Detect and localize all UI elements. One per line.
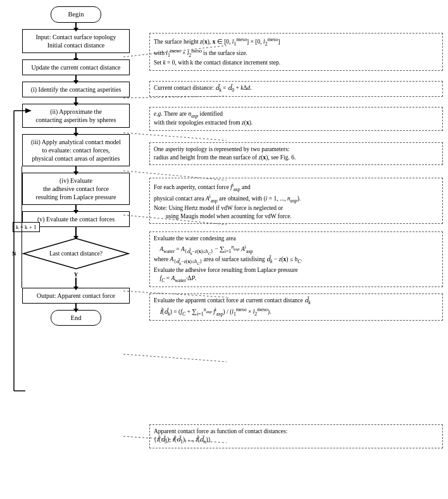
y-path: Y [22,270,130,288]
ann-input-text: The surface height z(x), x ∈ [0, l1meso]… [154,39,280,66]
y-label: Y [74,271,78,278]
annotation-apply: For each asperity, contact force fiasp a… [149,178,443,224]
ann-update-text: Current contact distance: d̄k = d̄0 + kΔ… [154,85,252,91]
output-label: Output: Apparent contact force [37,292,115,299]
arrow1 [75,23,77,29]
update-label: Update the current contact distance [31,64,120,71]
arrow6 [75,166,77,173]
ann-identify-text: e.g. There are nasp identified with thei… [154,111,252,126]
page: Begin Input: Contact surface topologyIni… [0,0,448,499]
ann-apply-text: For each asperity, contact force fiasp a… [154,184,301,219]
begin-box: Begin [51,6,101,23]
annotations-column: The surface height z(x), x ∈ [0, l1meso]… [146,0,448,499]
arrow3 [75,75,77,82]
annotation-identify: e.g. There are nasp identified with thei… [149,107,443,131]
flowchart-column: Begin Input: Contact surface topologyIni… [0,0,146,499]
k-increment-label: k = k + 1 [13,222,40,232]
apply-box: (iii) Apply analytical contact modelto e… [22,134,130,166]
spacer [149,322,443,424]
annotation-input: The surface height z(x), x ∈ [0, l1meso]… [149,33,443,71]
annotation-output: Apparent contact force as function of co… [149,424,443,448]
annotation-evaluate-contact: Evaluate the apparent contact force at c… [149,293,443,321]
evaluate-adhesive-node: (iv) Evaluatethe adhesive contact forcer… [25,173,127,205]
update-box: Update the current contact distance [22,59,130,75]
approximate-box: (ii) Approximate thecontacting asperitie… [22,104,130,128]
n-label: N [12,250,16,257]
arrow5 [75,128,77,134]
arrow10 [75,304,77,310]
input-label: Input: Contact surface topologyInitial c… [36,34,116,49]
arrow7 [75,205,77,211]
diamond-wrap: Last contact distance? N [22,237,130,270]
evaluate-adhesive-box: (iv) Evaluatethe adhesive contact forcer… [22,173,130,205]
ann-approximate-text: One asperity topology is represented by … [154,146,296,161]
arrow9 [75,278,77,288]
identify-label: (i) Identify the contacting asperities [31,86,121,93]
ann-adhesive-text: Evaluate the water condesing area Awater… [154,235,302,281]
ann-output-text: Apparent contact force as function of co… [154,428,287,443]
apply-node: (iii) Apply analytical contact modelto e… [25,134,127,166]
approximate-label: (ii) Approximate thecontacting asperitie… [36,108,116,123]
arrow2 [75,53,77,59]
begin-node: Begin [25,6,127,23]
arrow8 [75,227,77,237]
flowchart: Begin Input: Contact surface topologyIni… [6,6,146,326]
ann-evaluate-text: Evaluate the apparent contact force at c… [154,297,311,315]
input-node: Input: Contact surface topologyInitial c… [25,29,127,53]
update-node: Update the current contact distance [25,59,127,75]
begin-label: Begin [68,11,84,18]
diamond-label: Last contact distance? [35,250,117,257]
evaluate-adhesive-label: (iv) Evaluatethe adhesive contact forcer… [36,177,116,200]
end-label: End [71,314,82,321]
input-box: Input: Contact surface topologyInitial c… [22,29,130,53]
annotation-adhesive: Evaluate the water condesing area Awater… [149,231,443,287]
annotation-approximate: One asperity topology is represented by … [149,142,443,166]
approximate-node: (ii) Approximate thecontacting asperitie… [25,104,127,128]
apply-label: (iii) Apply analytical contact modelto e… [31,139,121,162]
annotation-update: Current contact distance: d̄k = d̄0 + kΔ… [149,81,443,97]
evaluate-contact-label: (v) Evaluate the contact forces [37,216,115,223]
arrow4 [75,97,77,104]
